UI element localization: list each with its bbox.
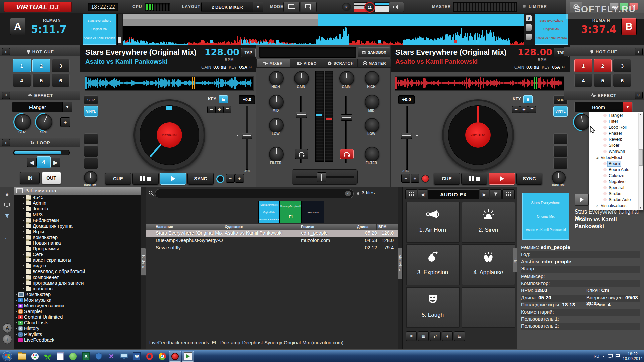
tree-item[interactable]: Игры <box>14 229 141 235</box>
hot-cue-a-6[interactable]: 6 <box>52 74 70 87</box>
filter-funnel-icon[interactable] <box>3 212 11 220</box>
deck-a-expand-chevron-icon[interactable]: » <box>249 66 253 68</box>
preview-tile[interactable]: Seva softfly <box>302 201 324 223</box>
deck-b-pad-2[interactable] <box>553 145 568 157</box>
settings-button[interactable] <box>570 2 582 12</box>
effect-menu-item-reverb[interactable]: Reverb <box>589 136 643 142</box>
taskbar-icon-notepad[interactable] <box>54 351 66 362</box>
pad-bank-button[interactable] <box>502 189 515 199</box>
deck-b-pad-3[interactable] <box>553 158 568 169</box>
file-table-header[interactable]: НазваниеХудожникРемиксДлинаBPM <box>146 224 398 230</box>
sampler-pad-siren[interactable]: 2. Siren <box>462 202 515 243</box>
effect-spd-knob[interactable] <box>36 114 52 130</box>
overview-waveform[interactable] <box>123 14 524 45</box>
deck-a-vinyl-button[interactable]: VINYL <box>84 106 98 117</box>
chevron-down-icon[interactable]: ▼ <box>62 102 72 112</box>
deck-b-key-minus-button[interactable]: − <box>512 106 520 113</box>
channel-b-high-knob[interactable] <box>365 71 379 86</box>
toolbar-shuffle-icon[interactable]: ⇄ <box>430 331 441 341</box>
channel-a-fader-handle[interactable] <box>296 112 307 118</box>
deck-a-jog-wheel[interactable]: VIRTUALDJ <box>133 99 205 171</box>
taskbar-icon-butterfly[interactable] <box>42 351 54 362</box>
tree-item[interactable]: видео <box>14 263 141 269</box>
effect-menu-item-wahwah[interactable]: Wahwah <box>589 148 643 155</box>
channel-a-low-knob[interactable] <box>269 118 284 133</box>
deck-b-pause-button[interactable] <box>461 173 487 185</box>
deck-a-pause-button[interactable] <box>132 173 159 185</box>
effect-menu-item-boom[interactable]: Boom <box>589 161 643 167</box>
tree-item[interactable]: ▣Мои видеозаписи <box>14 303 141 309</box>
effect-select-right[interactable]: Boom ▼ <box>574 102 633 112</box>
channel-a-headphone-button[interactable] <box>295 149 308 159</box>
album-art[interactable]: Stars EverywhereOriginal MixAsalto vs Ka… <box>522 193 569 240</box>
spectrum-button[interactable] <box>389 2 404 12</box>
deck-b-slider-button-2[interactable] <box>526 24 532 31</box>
deck-b-sync-button[interactable]: SYNC <box>516 173 542 185</box>
tree-item[interactable]: Компьютер <box>14 235 141 240</box>
effect-menu-item-colorize[interactable]: Colorize <box>589 173 643 179</box>
deck-a-pad-1[interactable] <box>84 133 98 145</box>
mode-external-button[interactable] <box>301 2 317 12</box>
sampler-pad-applause[interactable]: 4. Applause <box>462 244 515 285</box>
hot-cue-b-6[interactable]: 6 <box>613 74 631 87</box>
tree-item[interactable]: программа для записи <box>14 280 141 286</box>
tab-mixer[interactable]: MIXER <box>256 59 290 68</box>
tray-display-icon[interactable] <box>608 354 613 359</box>
tray-flag-icon[interactable] <box>615 354 620 359</box>
toolbar-mic-icon[interactable]: ♦ <box>442 331 453 341</box>
preview-tile[interactable]: Due-amp-Deephust-Synergy-OrigEl <box>280 201 302 223</box>
deck-a-play-button[interactable] <box>160 173 186 185</box>
taskbar-icon-shield[interactable] <box>93 351 105 362</box>
tree-item[interactable]: Сеть <box>14 252 141 257</box>
effect-str-knob[interactable] <box>15 114 31 130</box>
deck-a-key-plus-button[interactable]: + <box>215 106 223 113</box>
deck-b-expand-chevron-icon[interactable]: » <box>561 66 566 68</box>
file-row[interactable]: ♪♪Due-amp-Deephust-Synergy-Original-Mix … <box>146 237 398 244</box>
deck-a-cue-button[interactable]: CUE <box>105 173 131 185</box>
deck-b-plus-button[interactable]: + <box>411 174 419 183</box>
tree-item[interactable]: шаблоны <box>14 286 141 292</box>
deck-a-waveform[interactable] <box>85 76 254 90</box>
tree-expander-icon[interactable]: ▷ <box>596 203 598 209</box>
channel-b-filter-knob[interactable] <box>365 147 379 162</box>
deck-a-minus-button[interactable]: − <box>226 174 235 183</box>
taskbar-icon-explorer[interactable] <box>16 351 28 362</box>
back-arrow-icon[interactable]: ← <box>3 234 11 242</box>
tree-expander-icon[interactable]: ◢ <box>596 155 598 161</box>
deck-a-pad-2[interactable] <box>84 145 98 157</box>
tree-item[interactable]: ●Cloud Lists <box>14 320 141 326</box>
effect-menu-item-videoeffect[interactable]: ◢VideoEffect <box>589 155 643 161</box>
taskbar-icon-player[interactable] <box>182 351 194 362</box>
channel-a-gain-knob[interactable] <box>294 71 309 86</box>
effect-menu-item-boom-auto[interactable]: Boom Auto <box>589 167 643 173</box>
deck-b-record-button[interactable] <box>421 175 429 183</box>
tree-item[interactable]: ♪Моя музыка <box>14 297 141 303</box>
hot-cue-b-3[interactable]: 3 <box>613 59 631 72</box>
mode-internal-button[interactable] <box>283 2 300 12</box>
hot-cue-b-1[interactable]: 1 <box>574 59 592 72</box>
toolbar-bank-icon[interactable]: ▤ <box>454 331 465 341</box>
prev-page-button[interactable]: ◀ <box>418 189 427 199</box>
crossfader[interactable] <box>292 169 358 185</box>
channel-b-low-knob[interactable] <box>365 118 379 133</box>
deck-b-key-plus-button[interactable]: + <box>520 106 528 113</box>
tree-item[interactable]: Новая папка <box>14 240 141 246</box>
channel-a-filter-knob[interactable] <box>269 147 284 162</box>
hot-cue-b-4[interactable]: 4 <box>574 74 592 87</box>
column-header-3[interactable]: Ремикс <box>301 225 314 229</box>
tab-video[interactable]: VIDEO <box>290 59 324 68</box>
close-button[interactable]: ✕ <box>629 3 638 10</box>
channel-b-gain-knob[interactable] <box>339 71 354 86</box>
deck-a-track-tile[interactable]: Stars EverywhereOriginal MixAsalto vs Ka… <box>83 14 116 45</box>
effect-menu-item-visualisations[interactable]: ▷Visualisations <box>589 203 643 209</box>
deck-b-pitch-fader-handle[interactable] <box>401 133 412 139</box>
preview-tile[interactable]: Stars EverywhereOriginal MixAsalto vs Ka… <box>258 201 280 223</box>
tree-item[interactable]: Admin <box>14 200 141 206</box>
file-row[interactable]: ♪♪Seva softfly02:1279.4 <box>146 244 398 252</box>
deck-a-key-lock-button[interactable] <box>219 95 228 103</box>
deck-a-sync-button[interactable]: SYNC <box>187 173 214 185</box>
sampler-pad-air-horn[interactable]: 1. Air Horn <box>406 202 460 243</box>
loop-double-button[interactable]: ▶ <box>51 158 60 167</box>
effect-menu-item-strobe[interactable]: Strobe <box>589 191 643 197</box>
deck-a-slip-button[interactable]: SLIP <box>84 95 98 105</box>
